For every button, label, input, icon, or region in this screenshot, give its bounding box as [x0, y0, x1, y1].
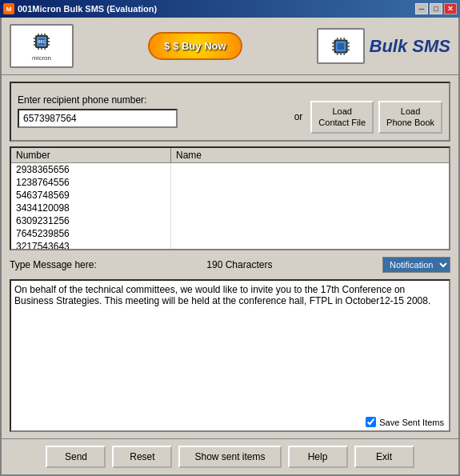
- save-sent-checkbox[interactable]: [366, 417, 376, 427]
- recipients-table: Number Name 2938365656123876455654637485…: [10, 146, 450, 250]
- recipient-section: Enter recipient phone number: or LoadCon…: [10, 82, 450, 142]
- table-cell-number: 1238764556: [11, 176, 171, 189]
- logo-right: [317, 28, 365, 64]
- table-cell-number: 3434120098: [11, 202, 171, 214]
- table-row: 5463748569: [11, 189, 449, 202]
- table-row: 6309231256: [11, 214, 449, 227]
- svg-rect-18: [337, 42, 344, 50]
- table-row: 3434120098: [11, 202, 449, 214]
- bulk-sms-text: Bulk SMS: [370, 36, 450, 57]
- recipient-input[interactable]: [18, 109, 178, 128]
- table-cell-name: [171, 163, 449, 176]
- buy-now-label: $ Buy Now: [173, 40, 226, 52]
- app-icon: M: [3, 3, 14, 14]
- table-row: 7645239856: [11, 227, 449, 240]
- dollar-icon: $: [164, 40, 170, 52]
- help-button[interactable]: Help: [288, 446, 348, 468]
- save-sent-label: Save Sent Items: [379, 418, 444, 427]
- window-title: 001Micron Bulk SMS (Evaluation): [18, 4, 157, 14]
- table-row: 1238764556: [11, 176, 449, 189]
- table-cell-name: [171, 176, 449, 189]
- table-cell-name: [171, 202, 449, 214]
- header-right: Bulk SMS: [317, 28, 450, 64]
- show-sent-button[interactable]: Show sent items: [178, 446, 281, 468]
- message-type-label: Type Message here:: [10, 259, 97, 270]
- window-controls: ─ □ ✕: [415, 3, 457, 14]
- message-type-select[interactable]: Notification: [382, 257, 450, 273]
- char-count: 190 Characters: [206, 259, 272, 270]
- col-name-header: Name: [171, 148, 449, 162]
- table-cell-number: 6309231256: [11, 214, 171, 227]
- save-sent-items: Save Sent Items: [366, 417, 444, 427]
- message-area-container: On behalf of the technical committees, w…: [10, 279, 450, 432]
- recipient-left: Enter recipient phone number:: [18, 94, 286, 128]
- reset-button[interactable]: Reset: [112, 446, 172, 468]
- table-row: 2938365656: [11, 163, 449, 176]
- table-row: 3217543643: [11, 240, 449, 249]
- table-cell-number: 5463748569: [11, 189, 171, 202]
- title-bar-left: M 001Micron Bulk SMS (Evaluation): [3, 3, 157, 14]
- minimize-button[interactable]: ─: [415, 3, 428, 14]
- recipient-label: Enter recipient phone number:: [18, 94, 286, 106]
- table-body[interactable]: 2938365656123876455654637485693434120098…: [11, 163, 449, 249]
- send-button[interactable]: Send: [46, 446, 106, 468]
- load-contact-button[interactable]: LoadContact File: [310, 101, 374, 134]
- message-textarea[interactable]: On behalf of the technical committees, w…: [11, 281, 449, 430]
- table-cell-name: [171, 189, 449, 202]
- load-phone-button[interactable]: LoadPhone Book: [378, 101, 442, 134]
- exit-button[interactable]: Exit: [354, 446, 414, 468]
- col-number-header: Number: [11, 148, 171, 162]
- chip-icon-right: [326, 34, 355, 58]
- table-cell-number: 7645239856: [11, 227, 171, 240]
- main-window: 001 micron $ $ Buy Now: [0, 18, 460, 476]
- or-label: or: [294, 111, 303, 122]
- main-content: Enter recipient phone number: or LoadCon…: [2, 75, 458, 438]
- message-bar: Type Message here: 190 Characters Notifi…: [10, 255, 450, 274]
- title-bar: M 001Micron Bulk SMS (Evaluation) ─ □ ✕: [0, 0, 460, 18]
- table-cell-name: [171, 227, 449, 240]
- bulk-sms-logo: Bulk SMS: [317, 28, 450, 64]
- maximize-button[interactable]: □: [430, 3, 442, 14]
- table-header: Number Name: [11, 148, 449, 163]
- load-buttons: LoadContact File LoadPhone Book: [310, 101, 442, 134]
- app-header: 001 micron $ $ Buy Now: [2, 18, 458, 75]
- close-button[interactable]: ✕: [444, 3, 457, 14]
- chip-icon-left: 001: [30, 30, 53, 53]
- table-cell-number: 2938365656: [11, 163, 171, 176]
- table-cell-name: [171, 240, 449, 249]
- table-cell-name: [171, 214, 449, 227]
- logo-text-left: micron: [32, 54, 51, 62]
- bottom-bar: Send Reset Show sent items Help Exit: [2, 438, 458, 474]
- logo-left: 001 micron: [10, 24, 74, 68]
- svg-text:001: 001: [38, 39, 46, 44]
- table-cell-number: 3217543643: [11, 240, 171, 249]
- buy-now-button[interactable]: $ $ Buy Now: [148, 32, 242, 60]
